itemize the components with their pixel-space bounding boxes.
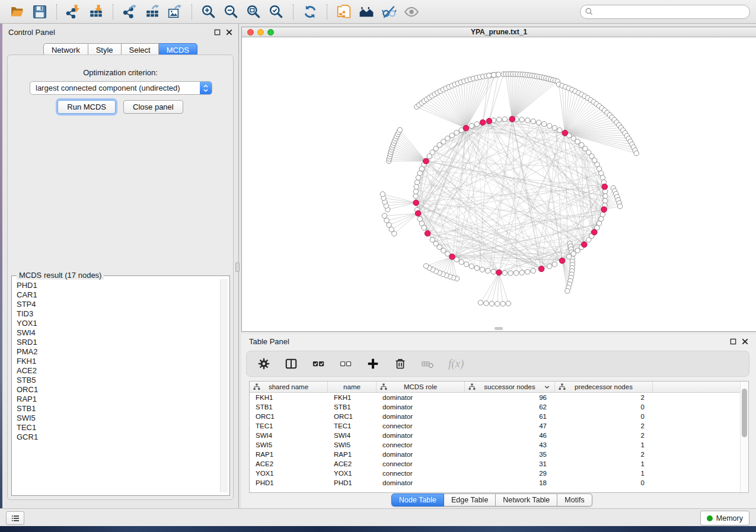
table-row[interactable]: TEC1TEC1connector472 [250, 421, 748, 431]
mcds-result-item[interactable]: PHD1 [14, 281, 219, 290]
zoom-selected-icon[interactable] [266, 3, 286, 21]
control-panel: Control Panel NetworkStyleSelectMCDS Opt… [2, 24, 239, 508]
optimization-criterion-select[interactable]: largest connected component (undirected) [30, 81, 212, 95]
mcds-result-item[interactable]: SRD1 [14, 338, 219, 347]
mcds-result-item[interactable]: TEC1 [14, 423, 219, 432]
open-session-icon[interactable] [7, 3, 27, 21]
tab-motifs[interactable]: Motifs [557, 493, 592, 507]
table-row[interactable]: SWI4SWI4dominator462 [250, 431, 748, 440]
column-header-successor-nodes[interactable]: successor nodes [465, 382, 555, 392]
toggle-graphics-details-icon[interactable] [379, 3, 399, 21]
delete-table-icon[interactable] [421, 357, 434, 370]
mcds-result-item[interactable]: STP4 [14, 300, 219, 309]
table-row[interactable]: RAP1RAP1dominator352 [250, 450, 748, 459]
mcds-result-item[interactable]: ACE2 [14, 366, 219, 376]
network-hscrollbar-thumb[interactable] [495, 327, 503, 330]
mcds-result-item[interactable]: CAR1 [14, 290, 219, 300]
tab-network-table[interactable]: Network Table [496, 493, 557, 507]
import-network-icon[interactable] [63, 3, 84, 21]
tab-edge-table[interactable]: Edge Table [444, 493, 496, 507]
task-history-button[interactable] [6, 511, 24, 525]
table-row[interactable]: FKH1FKH1dominator962 [250, 393, 748, 402]
search-input[interactable] [596, 7, 745, 17]
network-from-document-icon[interactable] [334, 3, 354, 21]
manage-columns-icon[interactable] [285, 357, 298, 370]
close-panel-button[interactable]: Close panel [123, 100, 183, 114]
mcds-result-title: MCDS result (17 nodes) [17, 271, 104, 280]
toolbar-separator [56, 4, 57, 20]
table-settings-icon[interactable] [257, 357, 270, 370]
mcds-result-item[interactable]: YOX1 [14, 319, 219, 328]
zoom-in-icon[interactable] [199, 3, 219, 21]
column-header-shared-name[interactable]: shared name [250, 382, 328, 392]
mcds-tab-panel: Optimization criterion: largest connecte… [7, 55, 234, 500]
export-image-icon[interactable] [165, 3, 185, 21]
delete-columns-icon[interactable] [394, 357, 407, 370]
mcds-result-item[interactable]: RAP1 [14, 395, 219, 404]
network-window-titlebar[interactable]: YPA_prune.txt_1 [242, 27, 756, 37]
zoom-out-icon[interactable] [221, 3, 241, 21]
panel-divider-handle[interactable] [235, 262, 240, 272]
table-row[interactable]: YOX1YOX1connector291 [250, 469, 748, 478]
export-network-icon[interactable] [120, 3, 140, 21]
network-canvas[interactable] [242, 37, 755, 331]
run-mcds-button[interactable]: Run MCDS [58, 100, 116, 114]
table-panel-title: Table Panel [249, 337, 289, 346]
table-row[interactable]: ACE2ACE2connector311 [250, 459, 748, 469]
function-builder-icon[interactable]: f(x) [448, 357, 464, 370]
show-hide-details-icon[interactable] [401, 3, 422, 21]
mcds-result-item[interactable]: TID3 [14, 309, 219, 319]
column-header-predecessor-nodes[interactable]: predecessor nodes [555, 382, 653, 392]
refresh-view-icon[interactable] [300, 3, 320, 21]
table-row[interactable]: ORC1ORC1dominator610 [250, 412, 748, 421]
select-all-icon[interactable] [312, 357, 325, 370]
memory-button[interactable]: Memory [700, 511, 749, 525]
criterion-selected-value: largest connected component (undirected) [30, 84, 200, 92]
tab-node-table[interactable]: Node Table [391, 493, 444, 507]
minimize-window-icon[interactable] [257, 29, 264, 36]
table-row[interactable]: STB1STB1dominator620 [250, 402, 748, 412]
search-icon [585, 7, 594, 16]
float-panel-icon[interactable] [214, 29, 221, 36]
node-table: shared namenameMCDS rolesuccessor nodesp… [249, 381, 749, 493]
close-table-panel-icon[interactable] [742, 338, 748, 345]
close-panel-icon[interactable] [226, 29, 232, 36]
export-table-icon[interactable] [142, 3, 162, 21]
table-toolbar: f(x) [246, 351, 749, 377]
column-header-mcds-role[interactable]: MCDS role [377, 382, 465, 392]
mcds-result-list: PHD1CAR1STP4TID3YOX1SWI4SRD1PMA2FKH1ACE2… [14, 281, 219, 493]
save-session-icon[interactable] [30, 3, 50, 21]
mcds-result-item[interactable]: FKH1 [14, 357, 219, 366]
mcds-result-item[interactable]: ORC1 [14, 385, 219, 395]
network-window: YPA_prune.txt_1 [241, 27, 756, 332]
hierarchy-icon [559, 383, 566, 390]
mcds-result-item[interactable]: STB1 [14, 404, 219, 414]
desktop-wallpaper-bottom [0, 526, 756, 532]
column-header-name[interactable]: name [328, 382, 377, 392]
mcds-result-item[interactable]: SWI5 [14, 414, 219, 423]
table-row[interactable]: PHD1PHD1dominator180 [250, 478, 748, 488]
close-window-icon[interactable] [247, 29, 254, 36]
table-scrollbar-track[interactable] [740, 382, 748, 492]
mcds-result-item[interactable]: STB5 [14, 376, 219, 385]
main-toolbar [0, 0, 756, 24]
zoom-fit-icon[interactable] [244, 3, 264, 21]
mcds-result-item[interactable]: GCR1 [14, 432, 219, 442]
unselect-all-icon[interactable] [339, 357, 352, 370]
optimization-criterion-label: Optimization criterion: [8, 68, 233, 77]
search-box[interactable] [580, 5, 750, 19]
memory-label: Memory [716, 514, 743, 523]
maximize-window-icon[interactable] [267, 29, 274, 36]
mcds-result-item[interactable]: PMA2 [14, 347, 219, 357]
mcds-list-scrollbar[interactable] [220, 279, 228, 492]
birdseye-home-icon[interactable] [356, 3, 377, 21]
float-table-panel-icon[interactable] [730, 338, 736, 345]
create-column-icon[interactable] [366, 357, 379, 370]
chevron-down-icon [544, 384, 550, 390]
table-row[interactable]: SWI5SWI5connector431 [250, 440, 748, 450]
mcds-result-group: MCDS result (17 nodes) PHD1CAR1STP4TID3Y… [11, 275, 230, 496]
table-scrollbar-thumb[interactable] [742, 389, 747, 437]
mcds-result-item[interactable]: SWI4 [14, 328, 219, 338]
control-panel-title: Control Panel [8, 28, 55, 37]
import-table-icon[interactable] [86, 3, 106, 21]
